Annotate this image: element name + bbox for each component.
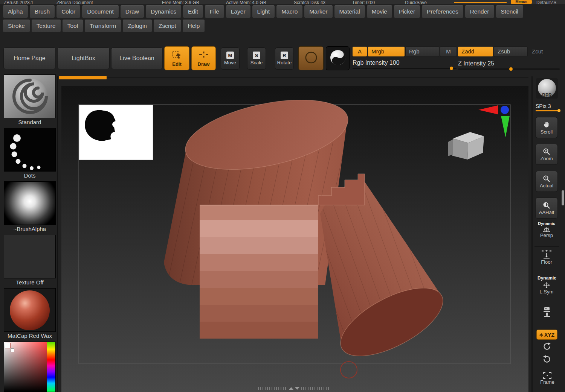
menu-item[interactable]: Edit <box>183 5 203 18</box>
z-intensity-knob[interactable] <box>509 67 513 71</box>
scale-icon: S <box>253 52 260 59</box>
floor-icon <box>542 252 551 259</box>
menu-item[interactable]: Zplugin <box>123 20 152 32</box>
stroke-thumbnail[interactable] <box>4 128 56 172</box>
spix-knob[interactable] <box>557 109 560 112</box>
current-material-button[interactable] <box>299 47 323 70</box>
home-page-button[interactable]: Home Page <box>4 48 55 69</box>
rgb-intensity-track[interactable] <box>353 68 457 69</box>
xyz-button[interactable]: XYZ <box>537 330 557 339</box>
brush-label: Standard <box>4 118 56 125</box>
rotate-icon: R <box>281 52 288 59</box>
menu-item[interactable]: File <box>205 5 224 18</box>
scrollbar-dashes-right[interactable] <box>301 387 330 390</box>
menu-item[interactable]: Alpha <box>3 5 28 18</box>
menu-item[interactable]: Tool <box>63 20 83 32</box>
mrgb-toggle[interactable]: Mrgb <box>368 47 405 56</box>
actual-button[interactable]: Actual <box>536 171 557 191</box>
axis-y-cone[interactable] <box>501 116 510 137</box>
persp-button[interactable]: Dynamic Persp <box>534 221 559 238</box>
bpr-label: BPR <box>536 93 558 98</box>
menu-item[interactable]: Document <box>82 5 119 18</box>
axis-gizmo[interactable] <box>478 105 510 137</box>
scroll-button[interactable]: Scroll <box>536 117 557 138</box>
material-picker[interactable]: MatCap Red Wax <box>4 288 56 339</box>
brush-picker[interactable]: Standard <box>4 74 56 125</box>
menu-item[interactable]: Draw <box>121 5 144 18</box>
z-intensity-slider[interactable]: Z Intensity 25 <box>458 60 560 70</box>
edit-button[interactable]: Edit <box>165 47 189 70</box>
quicksave-button[interactable]: QuickSave <box>405 0 427 4</box>
rotate-cw-button[interactable] <box>542 354 552 364</box>
document-canvas[interactable] <box>61 86 528 392</box>
canvas-scrollbar[interactable] <box>258 386 332 390</box>
stroke-picker[interactable]: Dots <box>4 128 56 179</box>
record-turntable-button[interactable] <box>541 306 553 318</box>
rgb-intensity-knob[interactable] <box>450 67 453 70</box>
alpha-thumbnail[interactable] <box>4 181 56 225</box>
scrollbar-arrows-icon[interactable] <box>289 387 300 390</box>
menu-item[interactable]: Color <box>56 5 80 18</box>
menu-item[interactable]: Picker <box>394 5 420 18</box>
menu-item[interactable]: Marker <box>304 5 332 18</box>
menu-item[interactable]: Transform <box>85 20 121 32</box>
menu-item[interactable]: Preferences <box>422 5 463 18</box>
rgb-intensity-slider[interactable]: Rgb Intensity 100 <box>353 59 457 69</box>
move-button[interactable]: M Move <box>221 48 239 69</box>
color-picker[interactable] <box>4 342 56 392</box>
menu-item[interactable]: Stencil <box>496 5 524 18</box>
rgb-toggle[interactable]: Rgb <box>406 47 439 56</box>
rotate-cw-icon <box>542 354 552 364</box>
scale-button[interactable]: S Scale <box>247 48 266 69</box>
tray-handle-bar[interactable] <box>59 76 107 79</box>
draw-button[interactable]: Draw <box>192 47 215 70</box>
menu-item[interactable]: Macro <box>276 5 302 18</box>
brush-thumbnail[interactable] <box>4 74 56 118</box>
menu-item[interactable]: Movie <box>367 5 392 18</box>
floor-button[interactable]: Floor <box>536 249 557 265</box>
menu-item[interactable]: Render <box>465 5 494 18</box>
rotate-ccw-button[interactable] <box>542 342 552 351</box>
actual-label: Actual <box>540 183 553 188</box>
menu-item[interactable]: Stroke <box>3 20 30 32</box>
lsym-button[interactable]: L.Sym <box>536 281 557 295</box>
zoom-button[interactable]: Zoom <box>536 144 557 164</box>
live-boolean-button[interactable]: Live Boolean <box>111 48 162 69</box>
color-a-toggle[interactable]: A <box>353 47 367 56</box>
z-intensity-track[interactable] <box>458 68 560 70</box>
titlebar-slider[interactable] <box>454 2 507 3</box>
menu-item[interactable]: Material <box>334 5 365 18</box>
rotate-label: Rotate <box>277 60 292 65</box>
menu-item[interactable]: Layer <box>226 5 250 18</box>
texture-picker[interactable]: Texture Off <box>4 235 56 286</box>
zadd-toggle[interactable]: Zadd <box>458 47 493 56</box>
menu-item[interactable]: Texture <box>32 20 61 32</box>
zsub-toggle[interactable]: Zsub <box>494 47 527 56</box>
menus-button[interactable]: Menus <box>511 0 532 4</box>
tray-resize-handle[interactable] <box>562 190 564 205</box>
m-toggle[interactable]: M <box>440 47 457 56</box>
alpha-picker[interactable]: ~BrushAlpha <box>4 181 56 232</box>
rotate-button[interactable]: R Rotate <box>275 48 293 69</box>
zcut-toggle[interactable]: Zcut <box>532 48 543 55</box>
axis-x-arrow[interactable] <box>478 105 498 114</box>
aahalf-button[interactable]: AAHalf <box>536 198 557 218</box>
axis-z-dot[interactable] <box>501 106 509 114</box>
lightbox-button[interactable]: LightBox <box>58 48 109 69</box>
spix-slider[interactable]: SPix 3 <box>536 103 560 111</box>
secondary-color-swatch[interactable] <box>11 348 14 352</box>
menu-item[interactable]: Zscript <box>154 20 181 32</box>
hue-strip[interactable] <box>47 342 55 392</box>
scrollbar-dashes-left[interactable] <box>258 387 287 390</box>
material-thumbnail[interactable] <box>4 288 56 332</box>
current-color-swatch[interactable] <box>5 343 11 348</box>
spix-track[interactable] <box>536 110 560 111</box>
menu-item[interactable]: Light <box>252 5 275 18</box>
menu-item[interactable]: Dynamics <box>146 5 181 18</box>
texture-thumbnail[interactable] <box>4 235 56 278</box>
material-sphere-button[interactable] <box>326 47 349 70</box>
menu-item[interactable]: Brush <box>30 5 55 18</box>
bpr-button[interactable]: BPR <box>536 78 558 99</box>
menu-item[interactable]: Help <box>183 20 205 32</box>
frame-button[interactable]: Frame <box>537 372 558 385</box>
